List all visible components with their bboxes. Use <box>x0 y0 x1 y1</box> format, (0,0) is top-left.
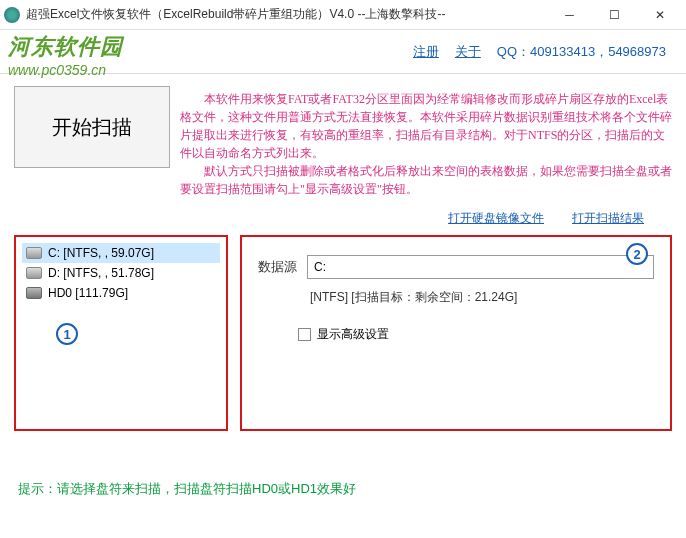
register-link[interactable]: 注册 <box>413 43 439 61</box>
badge-1: 1 <box>56 323 78 345</box>
open-result-link[interactable]: 打开扫描结果 <box>572 210 644 227</box>
harddisk-icon <box>26 287 42 299</box>
open-image-link[interactable]: 打开硬盘镜像文件 <box>448 210 544 227</box>
advanced-checkbox[interactable] <box>298 328 311 341</box>
minimize-button[interactable]: ─ <box>547 1 592 29</box>
window-controls: ─ ☐ ✕ <box>547 1 682 29</box>
action-links: 打开硬盘镜像文件 打开扫描结果 <box>14 204 672 235</box>
start-scan-button[interactable]: 开始扫描 <box>14 86 170 168</box>
app-icon <box>4 7 20 23</box>
drive-item-c[interactable]: C: [NTFS, , 59.07G] <box>22 243 220 263</box>
tip-text: 提示：请选择盘符来扫描，扫描盘符扫描HD0或HD1效果好 <box>18 480 356 498</box>
qq-info: QQ：409133413，54968973 <box>497 43 666 61</box>
content-row: C: [NTFS, , 59.07G] D: [NTFS, , 51.78G] … <box>14 235 672 431</box>
close-button[interactable]: ✕ <box>637 1 682 29</box>
drive-label: HD0 [111.79G] <box>48 286 128 300</box>
drive-icon <box>26 267 42 279</box>
description-p1: 本软件用来恢复FAT或者FAT32分区里面因为经常编辑修改而形成碎片扇区存放的E… <box>180 90 672 162</box>
titlebar: 超强Excel文件恢复软件（ExcelRebuild带碎片重组功能）V4.0 -… <box>0 0 686 30</box>
watermark: 河东软件园 www.pc0359.cn <box>8 32 123 78</box>
source-row: 数据源 2 <box>258 255 654 279</box>
maximize-button[interactable]: ☐ <box>592 1 637 29</box>
data-source-panel: 数据源 2 [NTFS] [扫描目标：剩余空间：21.24G] 显示高级设置 <box>240 235 672 431</box>
description-p2: 默认方式只扫描被删除或者格式化后释放出来空间的表格数据，如果您需要扫描全盘或者要… <box>180 162 672 198</box>
drive-item-hd0[interactable]: HD0 [111.79G] <box>22 283 220 303</box>
source-label: 数据源 <box>258 258 297 276</box>
drive-label: C: [NTFS, , 59.07G] <box>48 246 154 260</box>
watermark-title: 河东软件园 <box>8 32 123 62</box>
source-input[interactable] <box>307 255 654 279</box>
source-info: [NTFS] [扫描目标：剩余空间：21.24G] <box>310 289 654 306</box>
drive-item-d[interactable]: D: [NTFS, , 51.78G] <box>22 263 220 283</box>
about-link[interactable]: 关于 <box>455 43 481 61</box>
top-section: 开始扫描 本软件用来恢复FAT或者FAT32分区里面因为经常编辑修改而形成碎片扇… <box>14 86 672 198</box>
advanced-checkbox-row: 显示高级设置 <box>298 326 654 343</box>
checkbox-label: 显示高级设置 <box>317 326 389 343</box>
description: 本软件用来恢复FAT或者FAT32分区里面因为经常编辑修改而形成碎片扇区存放的E… <box>180 86 672 198</box>
drive-icon <box>26 247 42 259</box>
window-title: 超强Excel文件恢复软件（ExcelRebuild带碎片重组功能）V4.0 -… <box>26 6 547 23</box>
main-area: 开始扫描 本软件用来恢复FAT或者FAT32分区里面因为经常编辑修改而形成碎片扇… <box>0 74 686 443</box>
drive-label: D: [NTFS, , 51.78G] <box>48 266 154 280</box>
watermark-url: www.pc0359.cn <box>8 62 123 78</box>
drive-list-panel: C: [NTFS, , 59.07G] D: [NTFS, , 51.78G] … <box>14 235 228 431</box>
badge-2: 2 <box>626 243 648 265</box>
